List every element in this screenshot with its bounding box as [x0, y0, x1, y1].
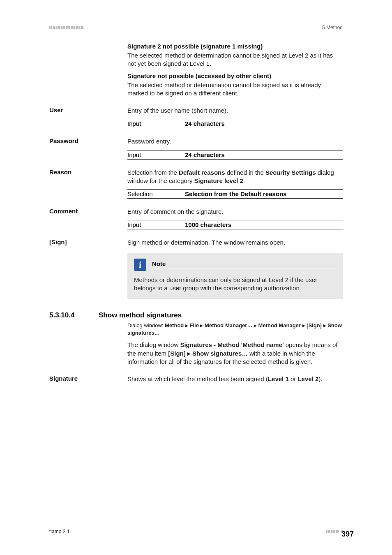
header-ticks-icon	[49, 26, 83, 29]
product-name: tiamo 2.1	[49, 529, 69, 534]
signature-desc-b2: Level 2	[297, 375, 318, 382]
dialog-path-prefix: Dialog window:	[127, 322, 165, 328]
signature-desc-pre: Shows at which level the method has been…	[127, 375, 268, 382]
note-title: Note	[152, 260, 336, 269]
comment-input-value: 1000 characters	[185, 220, 343, 229]
signature-desc: Shows at which level the method has been…	[127, 375, 343, 383]
section-body: The dialog window Signatures - Method 'M…	[127, 341, 343, 366]
reason-selection-value: Selection from the Default reasons	[185, 190, 343, 198]
page: 5 Method Signature 2 not possible (signa…	[0, 0, 392, 555]
sig-not-possible-body: The selected method or determination can…	[127, 81, 343, 98]
reason-desc: Selection from the Default reasons defin…	[127, 169, 343, 185]
note-box: i Note Methods or determinations can onl…	[127, 253, 343, 299]
reason-selection-key: Selection	[127, 190, 185, 198]
sig2-missing-body: The selected method or determination can…	[127, 51, 343, 68]
info-icon: i	[134, 259, 146, 271]
reason-desc-mid: defined in the	[225, 169, 265, 176]
sign-label: [Sign]	[49, 238, 123, 245]
reason-desc-end: .	[243, 177, 245, 184]
signature-desc-mid: or	[289, 375, 298, 382]
chapter-label: 5 Method	[322, 25, 343, 30]
password-label: Password	[49, 137, 123, 144]
signature-desc-end: ).	[318, 375, 322, 382]
password-desc: Password entry.	[127, 137, 343, 146]
footer-ticks-icon: 397	[326, 530, 343, 533]
user-label: User	[49, 106, 123, 113]
user-desc: Entry of the user name (short name).	[127, 106, 343, 115]
reason-desc-pre: Selection from the	[127, 169, 179, 176]
page-footer: tiamo 2.1 397	[49, 529, 343, 534]
reason-desc-b3: Signature level 2	[194, 177, 243, 184]
sig-not-possible-heading: Signature not possible (accessed by othe…	[127, 72, 343, 79]
signature-desc-b1: Level 1	[268, 375, 289, 382]
page-header: 5 Method	[49, 25, 343, 30]
sig2-missing-heading: Signature 2 not possible (signature 1 mi…	[127, 43, 343, 50]
comment-input-key: Input	[127, 220, 185, 229]
section-body-b1: Signatures - Method 'Method name'	[180, 341, 284, 348]
password-input-value: 24 characters	[185, 150, 343, 159]
dialog-path: Dialog window: Method ▸ File ▸ Method Ma…	[127, 322, 343, 337]
section-heading: 5.3.10.4 Show method signatures	[49, 311, 343, 319]
sign-desc: Sign method or determination. The window…	[127, 238, 343, 247]
reason-label: Reason	[49, 169, 123, 176]
section-body-b2: [Sign] ▸ Show signatures…	[168, 350, 248, 357]
page-number: 397	[341, 530, 343, 533]
signature-label: Signature	[49, 375, 123, 382]
reason-desc-b2: Security Settings	[265, 169, 316, 176]
section-title: Show method signatures	[99, 311, 182, 319]
comment-desc: Entry of comment on the signature.	[127, 208, 343, 216]
user-input-spec: Input 24 characters	[127, 119, 343, 128]
comment-label: Comment	[49, 208, 123, 215]
password-input-spec: Input 24 characters	[127, 150, 343, 160]
reason-desc-b1: Default reasons	[179, 169, 225, 176]
comment-input-spec: Input 1000 characters	[127, 220, 343, 229]
password-input-key: Input	[127, 150, 185, 159]
note-body: Methods or determinations can only be si…	[134, 276, 336, 293]
reason-selection-spec: Selection Selection from the Default rea…	[127, 189, 343, 199]
user-input-key: Input	[127, 119, 185, 128]
section-number: 5.3.10.4	[49, 311, 99, 319]
section-body-pre: The dialog window	[127, 341, 180, 348]
user-input-value: 24 characters	[185, 119, 343, 128]
